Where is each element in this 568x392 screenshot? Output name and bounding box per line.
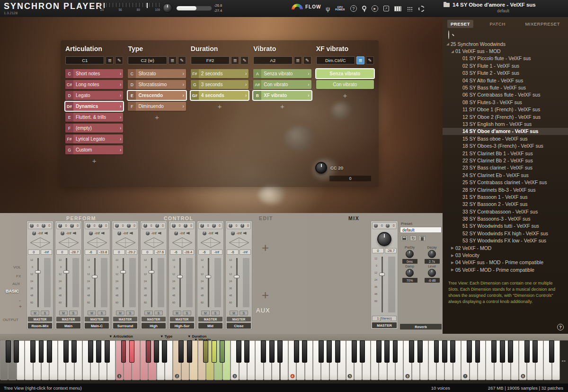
tree-row[interactable]: 38 SY Bassoons-3 - VelXF sus bbox=[443, 215, 568, 222]
key-G#3[interactable] bbox=[269, 340, 275, 363]
tree-row[interactable]: ◢ 01 VelXF sus - MOD bbox=[443, 47, 568, 54]
channel-name[interactable]: Surround bbox=[113, 323, 137, 329]
tab-mix[interactable]: MIX bbox=[348, 215, 359, 221]
surround-pan-pad[interactable] bbox=[113, 237, 137, 248]
key-D#2[interactable] bbox=[187, 340, 192, 363]
tab-edit[interactable]: EDIT bbox=[259, 215, 273, 221]
tree-row[interactable]: 13 SY English horn - VelXF sus bbox=[443, 120, 568, 127]
add-insert-button[interactable]: + bbox=[262, 241, 269, 255]
tree-expander-icon[interactable]: ▶ bbox=[450, 246, 455, 250]
loaded-preset[interactable]: 14 SY Oboe d'amore - VelXF sus default bbox=[442, 2, 565, 13]
solo-button[interactable]: S bbox=[183, 311, 191, 315]
rail-fx-label[interactable]: FX bbox=[16, 274, 21, 278]
pan-knob[interactable] bbox=[172, 224, 176, 228]
output-route-button[interactable]: MASTER bbox=[198, 317, 222, 321]
output-select[interactable]: 1 (Stereo) bbox=[372, 316, 397, 321]
pan-knob[interactable] bbox=[42, 224, 45, 228]
search-bar[interactable] bbox=[443, 30, 568, 39]
fader-track[interactable] bbox=[176, 257, 184, 309]
key-D#0[interactable] bbox=[71, 340, 77, 363]
send-knob[interactable] bbox=[32, 232, 36, 235]
help-icon[interactable]: ? bbox=[350, 5, 357, 12]
solo-button[interactable]: S bbox=[240, 311, 248, 315]
gain-value[interactable]: -6 bbox=[85, 249, 97, 255]
key-G#-1[interactable] bbox=[39, 340, 44, 363]
master-volume-knob[interactable] bbox=[163, 3, 172, 13]
key-D#1[interactable] bbox=[129, 340, 134, 363]
fader-handle[interactable] bbox=[149, 270, 154, 274]
tree-row[interactable]: 25 SY Contrabass clarinet - VelXF sus bbox=[443, 178, 568, 186]
key-F#-1[interactable] bbox=[30, 340, 36, 363]
keyswitch-range-flag[interactable]: ▼ Type bbox=[160, 334, 172, 339]
fader-handle[interactable] bbox=[63, 270, 69, 274]
channel-name[interactable]: High bbox=[142, 323, 166, 329]
key-A#5[interactable] bbox=[393, 340, 398, 363]
tree-row[interactable]: 04 SY Alto flute - VelXF sus bbox=[443, 77, 568, 84]
key-D#5[interactable] bbox=[360, 340, 365, 363]
fader-track[interactable] bbox=[34, 257, 42, 309]
gain-value[interactable]: -6 bbox=[170, 249, 182, 255]
tree-expander-icon[interactable]: ▶ bbox=[450, 260, 455, 265]
tuning-fork-icon[interactable]: ψ bbox=[326, 5, 330, 12]
parameter-value[interactable]: 70% bbox=[402, 278, 417, 283]
key-C#6[interactable] bbox=[409, 340, 414, 363]
rail-aux-label[interactable]: AUX bbox=[12, 282, 20, 286]
tree-row[interactable]: 02 SY Flute 1 - VelXF sus bbox=[443, 62, 568, 69]
vibrato-slot[interactable]: A Senza vibrato › bbox=[253, 69, 311, 78]
mute-button[interactable]: M bbox=[88, 311, 96, 315]
sidebar-help-icon[interactable]: ? bbox=[557, 324, 564, 330]
send-knob[interactable] bbox=[203, 232, 206, 235]
tree-row[interactable]: 31 SY Bassoon 1 - VelXF sus bbox=[443, 193, 568, 200]
fader-track[interactable] bbox=[91, 257, 98, 309]
vibrato-slot[interactable]: B XF vibrato › bbox=[253, 91, 311, 100]
key-C#1[interactable] bbox=[121, 340, 126, 363]
fader-handle[interactable] bbox=[205, 275, 211, 278]
fader-track[interactable] bbox=[378, 255, 386, 314]
tree-row[interactable]: 01 SY Piccolo flute - VelXF sus bbox=[443, 55, 568, 62]
output-route-button[interactable]: MASTER bbox=[142, 317, 166, 321]
tree-row[interactable]: ▶ 04 VelXF sus - MOD - Prime compatible bbox=[443, 259, 568, 266]
tree-row[interactable]: ▶ 03 Velocity bbox=[443, 251, 568, 258]
channel-name[interactable]: Room-Mix bbox=[28, 323, 52, 329]
output-route-button[interactable]: MASTER bbox=[56, 317, 80, 321]
solo-button[interactable]: S bbox=[41, 311, 49, 315]
tree-row[interactable]: 18 SY Oboes-3 (French) - VelXF sus bbox=[443, 142, 568, 149]
mute-button[interactable]: M bbox=[31, 311, 39, 315]
key-C#3[interactable] bbox=[236, 340, 241, 363]
articulation-slot[interactable]: D Legato › bbox=[65, 91, 123, 100]
tree-row[interactable]: 23 SY Bass clarinet - VelXF sus bbox=[443, 164, 568, 171]
key-G#7[interactable] bbox=[500, 340, 505, 363]
tree-expander-icon[interactable]: ▶ bbox=[450, 253, 455, 258]
gain-value[interactable]: -6 bbox=[198, 249, 210, 255]
gain-value[interactable]: 0 bbox=[56, 249, 68, 255]
articulation-slot[interactable]: F# Lyrical Legato › bbox=[65, 134, 123, 143]
add-slot-button[interactable]: + bbox=[253, 102, 311, 110]
tree-row[interactable]: 06 SY Contrabass flute - VelXF sus bbox=[443, 91, 568, 98]
parameter-knob[interactable] bbox=[406, 250, 414, 258]
pan-knob[interactable] bbox=[30, 224, 34, 228]
channel-name[interactable]: Main-C bbox=[85, 323, 109, 329]
reload-preset-button[interactable]: ↻ bbox=[410, 235, 417, 241]
key-F#5[interactable] bbox=[376, 340, 382, 363]
key-A#0[interactable] bbox=[105, 340, 110, 363]
keyboard-view-icon[interactable] bbox=[394, 6, 401, 11]
send-knob[interactable] bbox=[117, 232, 121, 235]
articulation-slot[interactable]: G Custom › bbox=[65, 145, 123, 154]
send-knob[interactable] bbox=[174, 232, 178, 235]
mute-button[interactable]: M bbox=[144, 311, 153, 315]
pan-knob[interactable] bbox=[143, 224, 147, 228]
key-F#7[interactable] bbox=[491, 340, 497, 363]
sidebar-tab[interactable]: MIXERPRESET bbox=[522, 20, 563, 28]
type-slot[interactable]: D Sforzatissimo › bbox=[128, 80, 186, 89]
key-D#3[interactable] bbox=[244, 340, 249, 363]
key-G#2[interactable] bbox=[212, 340, 217, 363]
key-D#-1[interactable] bbox=[14, 340, 19, 363]
key-G#6[interactable] bbox=[442, 340, 447, 363]
layers-icon-active[interactable]: ≣ bbox=[356, 56, 364, 64]
channel-name[interactable]: Close bbox=[227, 323, 251, 329]
tree-row[interactable]: 15 SY Bass oboe - VelXF sus bbox=[443, 135, 568, 142]
layers-icon[interactable]: ≣ bbox=[106, 56, 114, 64]
parameter-value[interactable]: 2.7s bbox=[425, 259, 440, 264]
surround-pan-pad[interactable] bbox=[28, 237, 52, 248]
tree-row[interactable]: ◢ 25 Synchron Woodwinds bbox=[443, 40, 568, 47]
